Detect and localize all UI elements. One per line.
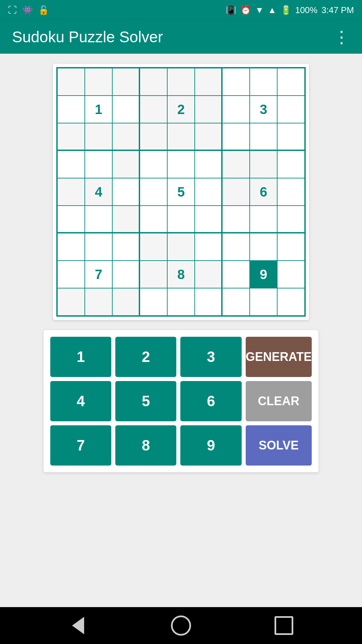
sudoku-cell[interactable] bbox=[167, 206, 195, 233]
sudoku-cell[interactable] bbox=[195, 178, 222, 206]
sudoku-cell[interactable] bbox=[195, 233, 222, 261]
sudoku-cell[interactable] bbox=[250, 233, 277, 261]
sudoku-cell[interactable] bbox=[57, 178, 85, 206]
sudoku-cell[interactable] bbox=[167, 233, 195, 261]
sudoku-cell[interactable]: 7 bbox=[85, 261, 112, 288]
keypad-btn-generate[interactable]: GENERATE bbox=[246, 337, 312, 377]
keypad-btn-7[interactable]: 7 bbox=[50, 425, 111, 466]
sudoku-cell[interactable]: 3 bbox=[250, 96, 277, 123]
sudoku-cell[interactable]: 6 bbox=[250, 178, 277, 206]
sudoku-cell[interactable] bbox=[250, 206, 277, 233]
sudoku-cell[interactable] bbox=[222, 206, 250, 233]
sudoku-cell[interactable] bbox=[195, 261, 222, 288]
keypad-btn-8[interactable]: 8 bbox=[115, 425, 176, 466]
sudoku-cell[interactable]: 8 bbox=[167, 261, 195, 288]
keypad-btn-9[interactable]: 9 bbox=[180, 425, 241, 466]
sudoku-cell[interactable] bbox=[140, 96, 167, 123]
sudoku-cell[interactable] bbox=[140, 178, 167, 206]
sudoku-cell[interactable] bbox=[277, 206, 305, 233]
sudoku-cell[interactable] bbox=[277, 288, 305, 316]
sudoku-cell[interactable] bbox=[277, 96, 305, 123]
sudoku-cell[interactable] bbox=[222, 68, 250, 96]
sudoku-cell[interactable] bbox=[85, 68, 112, 96]
sudoku-cell[interactable] bbox=[277, 151, 305, 178]
sudoku-cell[interactable] bbox=[250, 151, 277, 178]
sudoku-cell[interactable] bbox=[140, 151, 167, 178]
sudoku-cell[interactable] bbox=[195, 206, 222, 233]
sudoku-cell[interactable] bbox=[112, 288, 140, 316]
sudoku-cell[interactable] bbox=[85, 123, 112, 151]
sudoku-cell[interactable] bbox=[140, 68, 167, 96]
sudoku-cell[interactable] bbox=[85, 206, 112, 233]
keypad-btn-6[interactable]: 6 bbox=[180, 381, 241, 421]
sudoku-cell[interactable] bbox=[195, 151, 222, 178]
home-button[interactable] bbox=[168, 612, 194, 639]
keypad-btn-3[interactable]: 3 bbox=[180, 337, 241, 377]
sudoku-cell[interactable]: 5 bbox=[167, 178, 195, 206]
sudoku-cell[interactable] bbox=[140, 261, 167, 288]
keypad-btn-4[interactable]: 4 bbox=[50, 381, 111, 421]
sudoku-cell[interactable]: 4 bbox=[85, 178, 112, 206]
sudoku-cell[interactable] bbox=[85, 151, 112, 178]
sudoku-cell[interactable]: 2 bbox=[167, 96, 195, 123]
sudoku-cell[interactable] bbox=[140, 123, 167, 151]
sudoku-cell[interactable] bbox=[195, 96, 222, 123]
sudoku-cell[interactable]: 9 bbox=[250, 261, 277, 288]
keypad-btn-2[interactable]: 2 bbox=[115, 337, 176, 377]
sudoku-cell[interactable] bbox=[195, 288, 222, 316]
sudoku-cell[interactable] bbox=[112, 233, 140, 261]
sudoku-cell[interactable] bbox=[277, 261, 305, 288]
sudoku-cell[interactable] bbox=[112, 178, 140, 206]
sudoku-cell[interactable] bbox=[57, 206, 85, 233]
keypad-btn-1[interactable]: 1 bbox=[50, 337, 111, 377]
keypad-btn-5[interactable]: 5 bbox=[115, 381, 176, 421]
sudoku-cell[interactable] bbox=[167, 68, 195, 96]
sudoku-cell[interactable] bbox=[112, 151, 140, 178]
sudoku-cell[interactable] bbox=[167, 288, 195, 316]
recents-button[interactable] bbox=[270, 612, 297, 639]
sudoku-cell[interactable] bbox=[167, 123, 195, 151]
sudoku-cell[interactable] bbox=[57, 96, 85, 123]
sudoku-cell[interactable] bbox=[57, 123, 85, 151]
sudoku-cell[interactable] bbox=[277, 123, 305, 151]
sudoku-cell[interactable] bbox=[222, 96, 250, 123]
sudoku-cell[interactable] bbox=[277, 68, 305, 96]
sudoku-cell[interactable] bbox=[250, 68, 277, 96]
sudoku-cell[interactable] bbox=[112, 261, 140, 288]
lock-icon: 🔓 bbox=[38, 5, 49, 15]
back-button[interactable] bbox=[65, 612, 92, 639]
sudoku-cell[interactable] bbox=[112, 123, 140, 151]
sudoku-cell[interactable] bbox=[57, 233, 85, 261]
sudoku-cell[interactable] bbox=[195, 68, 222, 96]
sudoku-cell[interactable] bbox=[222, 123, 250, 151]
sudoku-cell[interactable] bbox=[167, 151, 195, 178]
android-icon: 👾 bbox=[22, 5, 33, 15]
more-options-icon[interactable]: ⋮ bbox=[333, 29, 350, 45]
sudoku-cell[interactable] bbox=[57, 261, 85, 288]
sudoku-cell[interactable] bbox=[140, 288, 167, 316]
sudoku-cell[interactable] bbox=[57, 151, 85, 178]
wifi-icon: ▼ bbox=[255, 5, 264, 15]
sudoku-cell[interactable] bbox=[222, 178, 250, 206]
sudoku-cell[interactable] bbox=[222, 233, 250, 261]
sudoku-cell[interactable] bbox=[222, 151, 250, 178]
sudoku-cell[interactable] bbox=[250, 123, 277, 151]
sudoku-cell[interactable] bbox=[277, 178, 305, 206]
keypad-btn-solve[interactable]: SOLVE bbox=[246, 425, 312, 466]
sudoku-cell[interactable] bbox=[85, 288, 112, 316]
sudoku-cell[interactable] bbox=[140, 233, 167, 261]
sudoku-cell[interactable] bbox=[85, 233, 112, 261]
sudoku-cell[interactable] bbox=[112, 68, 140, 96]
sudoku-cell[interactable] bbox=[112, 206, 140, 233]
sudoku-cell[interactable] bbox=[112, 96, 140, 123]
sudoku-cell[interactable] bbox=[140, 206, 167, 233]
sudoku-cell[interactable] bbox=[195, 123, 222, 151]
sudoku-cell[interactable] bbox=[250, 288, 277, 316]
sudoku-cell[interactable] bbox=[222, 288, 250, 316]
sudoku-cell[interactable] bbox=[57, 68, 85, 96]
sudoku-cell[interactable] bbox=[57, 288, 85, 316]
sudoku-cell[interactable] bbox=[222, 261, 250, 288]
sudoku-cell[interactable] bbox=[277, 233, 305, 261]
sudoku-cell[interactable]: 1 bbox=[85, 96, 112, 123]
keypad-btn-clear[interactable]: CLEAR bbox=[246, 381, 312, 421]
